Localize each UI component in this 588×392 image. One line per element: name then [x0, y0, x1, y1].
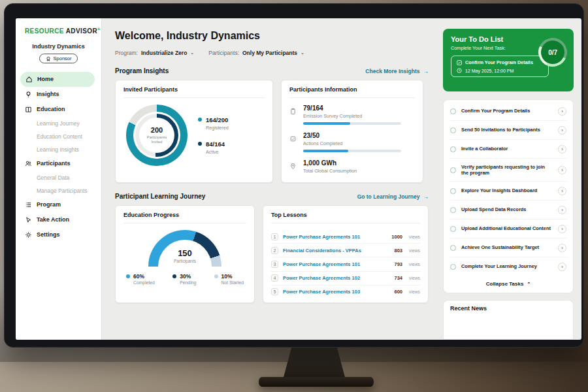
- emission-progress-bar: [303, 122, 401, 125]
- lesson-title-link[interactable]: Financial Considerations - VPPAs: [283, 248, 389, 253]
- sidebar-item-label: Take Action: [37, 216, 69, 223]
- sidebar-item-general-data[interactable]: General Data: [16, 171, 101, 184]
- legend-label: Pending: [180, 280, 196, 285]
- legend-label: Completed: [133, 280, 155, 285]
- program-filter[interactable]: Program: Industrialize Zero ⌄: [115, 50, 194, 56]
- chevron-right-icon[interactable]: ›: [558, 145, 566, 154]
- task-checkbox[interactable]: [450, 127, 456, 133]
- task-checkbox[interactable]: [450, 207, 456, 213]
- task-row-send-invitations[interactable]: Send 50 Invitations to Participants ›: [450, 121, 566, 140]
- people-icon: [25, 160, 32, 167]
- check-more-insights-link[interactable]: Check More Insights →: [365, 68, 429, 74]
- next-task-label: Confirm Your Program Details: [465, 59, 533, 65]
- legend-value: 84/164: [206, 140, 225, 148]
- info-row-emission-survey: 79/164 Emission Survey Completed: [289, 105, 415, 125]
- sidebar-item-education-content[interactable]: Education Content: [16, 130, 101, 143]
- lesson-views: 600: [394, 289, 402, 295]
- chevron-right-icon[interactable]: ›: [558, 187, 566, 195]
- logo-primary: RESOURCE: [25, 27, 64, 35]
- sidebar-item-label: Settings: [37, 231, 60, 238]
- top-lessons-card: Top Lessons 1 Power Purchase Agreements …: [263, 205, 429, 303]
- legend-dot: [214, 274, 218, 278]
- task-checkbox[interactable]: [450, 108, 456, 114]
- sidebar-item-label: Participants: [37, 160, 71, 167]
- task-row-confirm-program[interactable]: Confirm Your Program Details ›: [450, 102, 566, 121]
- sidebar-item-insights[interactable]: Insights: [16, 87, 101, 102]
- chevron-right-icon[interactable]: ›: [558, 206, 566, 214]
- monitor-stand-base: [259, 377, 374, 387]
- legend-dot: [198, 142, 202, 146]
- lesson-title-link[interactable]: Power Purchase Agreements 101: [283, 234, 387, 240]
- participants-filter[interactable]: Participants: Only My Participants ⌄: [208, 50, 304, 56]
- link-label: Go to Learning Journey: [357, 193, 420, 200]
- legend-dot: [172, 274, 176, 278]
- sidebar-item-settings[interactable]: Settings: [16, 227, 101, 242]
- task-label: Invite a Collaborator: [461, 146, 553, 152]
- sidebar-item-learning-insights[interactable]: Learning Insights: [16, 143, 101, 156]
- lesson-views-label: views: [409, 248, 420, 253]
- task-row-invite-collaborator[interactable]: Invite a Collaborator ›: [450, 140, 566, 159]
- task-checkbox[interactable]: [450, 245, 456, 251]
- legend-value: 10%: [221, 273, 244, 280]
- task-row-explore-insights[interactable]: Explore Your Insights Dashboard ›: [450, 182, 566, 201]
- task-row-achieve-target[interactable]: Achieve One Sustainability Target ›: [450, 238, 566, 257]
- education-progress-card: Education Progress 150 Participants: [115, 205, 255, 303]
- chevron-right-icon[interactable]: ›: [558, 244, 566, 252]
- sidebar-item-home[interactable]: Home: [20, 72, 95, 87]
- recent-news-title: Recent News: [450, 305, 487, 312]
- info-value: 79/164: [303, 105, 401, 112]
- lesson-title-link[interactable]: Power Purchase Agreements 103: [283, 289, 389, 295]
- monitor-stand: [283, 347, 346, 380]
- task-checkbox[interactable]: [450, 167, 456, 173]
- sidebar-item-manage-participants[interactable]: Manage Participants: [16, 184, 101, 197]
- chevron-down-icon: ⌄: [190, 50, 194, 56]
- task-row-complete-journey[interactable]: Complete Your Learning Journey ›: [450, 257, 566, 276]
- chevron-right-icon[interactable]: ›: [558, 166, 566, 174]
- donut-gap: 200 Participants Invited: [133, 112, 180, 159]
- task-checkbox[interactable]: [450, 146, 456, 152]
- sidebar-item-take-action[interactable]: Take Action: [16, 212, 101, 227]
- actions-progress-bar: [303, 150, 401, 152]
- info-value: 23/50: [303, 132, 401, 139]
- go-to-learning-journey-link[interactable]: Go to Learning Journey →: [357, 193, 429, 200]
- card-title: Participants Information: [289, 86, 415, 98]
- lesson-row: 4 Power Purchase Agreements 102 734 view…: [271, 272, 420, 286]
- sponsor-badge-label: Sponsor: [54, 56, 72, 61]
- collapse-label: Collapse Tasks: [486, 281, 524, 287]
- participants-filter-label: Participants:: [208, 50, 239, 56]
- lesson-row: 2 Financial Considerations - VPPAs 803 v…: [271, 244, 420, 257]
- sponsor-badge[interactable]: Sponsor: [39, 54, 78, 63]
- arrow-right-icon: →: [423, 193, 429, 200]
- lesson-views: 734: [394, 275, 402, 281]
- task-checkbox[interactable]: [450, 226, 456, 232]
- task-row-verify-participants[interactable]: Verify participants requesting to join t…: [450, 159, 566, 182]
- chevron-right-icon[interactable]: ›: [558, 225, 566, 233]
- next-task-datetime: 12 May 2025, 12:00 PM: [465, 69, 514, 73]
- chevron-up-icon: ⌃: [527, 282, 531, 287]
- sidebar-item-label: General Data: [37, 174, 70, 181]
- link-label: Check More Insights: [365, 68, 419, 74]
- task-row-upload-spend-data[interactable]: Upload Spend Data Records ›: [450, 201, 566, 220]
- lesson-title-link[interactable]: Power Purchase Agreements 102: [283, 275, 389, 281]
- legend-value: 30%: [180, 273, 196, 280]
- sidebar-item-label: Insights: [37, 91, 59, 97]
- collapse-tasks-button[interactable]: Collapse Tasks ⌃: [450, 276, 566, 290]
- info-label: Actions Completed: [303, 140, 401, 146]
- task-checkbox[interactable]: [450, 188, 456, 194]
- chevron-right-icon[interactable]: ›: [558, 107, 566, 116]
- sidebar-item-education[interactable]: Education: [16, 102, 101, 117]
- info-label: Emission Survey Completed: [303, 113, 401, 119]
- sidebar-item-learning-journey[interactable]: Learning Journey: [16, 117, 101, 130]
- chevron-right-icon[interactable]: ›: [558, 263, 566, 271]
- chevron-right-icon[interactable]: ›: [558, 126, 566, 135]
- lesson-title-link[interactable]: Power Purchase Agreements 101: [283, 261, 389, 267]
- task-checkbox[interactable]: [450, 264, 456, 270]
- sidebar-item-participants[interactable]: Participants: [16, 156, 101, 171]
- sidebar-item-label: Home: [37, 76, 54, 82]
- task-label: Send 50 Invitations to Participants: [461, 127, 553, 133]
- legend-label: Active: [206, 149, 225, 155]
- task-row-upload-educational-content[interactable]: Upload Additional Educational Content ›: [450, 220, 566, 238]
- program-filter-label: Program:: [115, 50, 138, 56]
- sidebar-item-program[interactable]: Program: [16, 197, 101, 212]
- next-task-box[interactable]: Confirm Your Program Details 12 May 2025…: [451, 56, 549, 77]
